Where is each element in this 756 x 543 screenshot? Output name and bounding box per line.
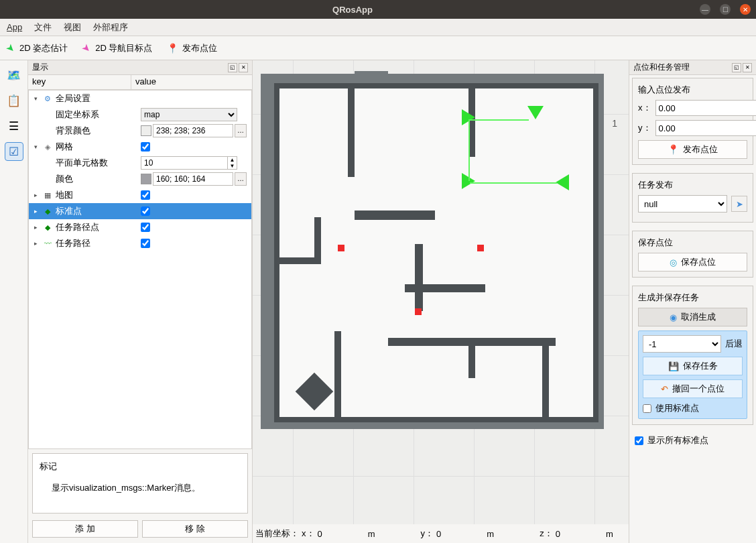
map-checkbox[interactable] xyxy=(141,190,150,200)
coord-y-value: 0 xyxy=(436,529,441,539)
save-point-button[interactable]: ◎ 保存点位 xyxy=(638,253,747,272)
publish-point-button[interactable]: 📍 发布点位 xyxy=(638,140,747,159)
expander-icon[interactable]: ▸ xyxy=(34,224,42,231)
expander-icon[interactable]: ▸ xyxy=(34,192,42,198)
panel-float-button[interactable]: ◱ xyxy=(732,63,741,72)
remove-button[interactable]: 移 除 xyxy=(142,520,248,538)
coord-x-label: x： xyxy=(302,528,315,540)
maximize-button[interactable]: ☐ xyxy=(720,4,731,15)
tree-label-task-path-points: 任务路径点 xyxy=(56,221,99,233)
tool-pose-estimate[interactable]: ➤ 2D 姿态估计 xyxy=(7,42,68,54)
bg-color-input[interactable] xyxy=(153,124,233,137)
grid-color-input[interactable] xyxy=(153,172,233,186)
window-titlebar: QRosApp — ☐ ✕ xyxy=(0,0,756,19)
cube-icon: ◆ xyxy=(42,207,53,216)
sidebar-icon-docs[interactable]: 📋 xyxy=(5,91,23,110)
y-label: y： xyxy=(638,122,651,134)
use-marker-label: 使用标准点 xyxy=(655,402,699,414)
section-title: 任务发布 xyxy=(638,179,747,191)
nav-path xyxy=(468,119,529,121)
sidebar-icon-layers[interactable]: ☰ xyxy=(5,117,23,135)
info-title: 标记 xyxy=(40,461,241,473)
minimize-button[interactable]: — xyxy=(700,4,710,15)
nav-arrow xyxy=(527,106,544,119)
marker-point xyxy=(338,245,344,251)
back-label: 后退 xyxy=(725,338,743,350)
map-viewport[interactable]: 1 xyxy=(253,60,629,524)
tree-label-map: 地图 xyxy=(56,189,73,201)
menu-app[interactable]: App xyxy=(7,22,22,32)
grid-color-swatch[interactable] xyxy=(141,174,151,184)
tree-row-task-path-points[interactable]: ▸ ◆ 任务路径点 xyxy=(29,219,251,235)
expander-icon[interactable]: ▸ xyxy=(34,208,42,215)
expander-icon[interactable]: ▾ xyxy=(34,143,42,150)
use-marker-checkbox[interactable] xyxy=(643,404,651,413)
more-button[interactable]: … xyxy=(235,172,247,186)
more-button[interactable]: … xyxy=(235,124,247,137)
tree-label-color: 颜色 xyxy=(56,173,73,185)
tree-row-plane-cells[interactable]: 平面单元格数 10 ▲▼ xyxy=(29,155,251,171)
save-task-button[interactable]: 💾 保存任务 xyxy=(643,357,743,375)
window-title: QRosApp xyxy=(5,5,700,15)
tree-row-grid[interactable]: ▾ ◈ 网格 xyxy=(29,139,251,155)
sidebar-icon-settings[interactable]: ☑ xyxy=(5,142,23,161)
task-index-select[interactable]: -1 xyxy=(643,335,721,353)
x-input[interactable] xyxy=(655,100,757,116)
menu-view[interactable]: 视图 xyxy=(64,21,81,34)
tree-label-task-path: 任务路径 xyxy=(56,237,90,249)
tree-row-fixed-frame[interactable]: 固定坐标系 map xyxy=(29,107,251,123)
right-panel-header: 点位和任务管理 ◱ ✕ xyxy=(629,60,756,75)
grid-icon: ◈ xyxy=(42,143,53,152)
main-area: 🗺️ 📋 ☰ ☑ 显示 ◱ ✕ key value ▾ ⚙ 全局设置 xyxy=(0,60,756,543)
plane-cells-spinner[interactable]: 10 ▲▼ xyxy=(141,156,237,170)
tool-publish-point[interactable]: 📍 发布点位 xyxy=(167,42,217,54)
tree-row-map[interactable]: ▸ ▦ 地图 xyxy=(29,187,251,203)
cancel-generate-button[interactable]: ◉ 取消生成 xyxy=(638,308,747,326)
path-icon: 〰 xyxy=(42,239,53,247)
tree-row-bg-color[interactable]: 背景颜色 … xyxy=(29,123,251,139)
panel-close-button[interactable]: ✕ xyxy=(239,63,248,72)
send-icon[interactable]: ➤ xyxy=(731,196,747,212)
pin-icon: 📍 xyxy=(668,144,679,155)
grid-checkbox[interactable] xyxy=(141,142,150,152)
map-icon: ▦ xyxy=(42,191,53,200)
task-path-checkbox[interactable] xyxy=(141,239,150,248)
menu-external[interactable]: 外部程序 xyxy=(93,21,128,34)
coord-z-label: z： xyxy=(540,528,553,540)
nav-path xyxy=(468,121,470,181)
undo-icon: ↶ xyxy=(661,384,668,394)
save-icon: 💾 xyxy=(668,361,679,371)
marker-checkbox[interactable] xyxy=(141,206,150,216)
fixed-frame-select[interactable]: map xyxy=(141,108,237,121)
section-task-publish: 任务发布 null ➤ xyxy=(632,173,753,223)
canvas-area: 1 当前坐标： x： 0 m y： 0 m z： 0 m xyxy=(253,60,629,543)
bg-color-swatch[interactable] xyxy=(141,125,151,136)
task-select[interactable]: null xyxy=(638,195,727,213)
panel-float-button[interactable]: ◱ xyxy=(228,63,237,72)
expander-icon[interactable]: ▸ xyxy=(34,240,42,247)
undo-point-button[interactable]: ↶ 撤回一个点位 xyxy=(643,379,743,398)
coord-y-label: y： xyxy=(421,528,434,540)
display-tree[interactable]: ▾ ⚙ 全局设置 固定坐标系 map 背景颜色 … ▾ xyxy=(28,90,252,449)
close-button[interactable]: ✕ xyxy=(740,4,751,15)
expander-icon[interactable]: ▾ xyxy=(34,95,42,102)
tool-nav-goal[interactable]: ➤ 2D 导航目标点 xyxy=(82,42,152,54)
add-button[interactable]: 添 加 xyxy=(32,520,138,538)
axis-tick: 1 xyxy=(612,118,617,129)
y-input[interactable] xyxy=(655,120,757,136)
tree-row-global[interactable]: ▾ ⚙ 全局设置 xyxy=(29,90,251,107)
show-all-markers-row: 显示所有标准点 xyxy=(629,434,756,452)
section-save-point: 保存点位 ◎ 保存点位 xyxy=(632,231,753,278)
tree-row-grid-color[interactable]: 颜色 … xyxy=(29,171,251,187)
section-generate-save-task: 生成并保存任务 ◉ 取消生成 -1 后退 💾 保存任务 ↶ 撤回一个点位 xyxy=(632,286,753,425)
sidebar-icon-map[interactable]: 🗺️ xyxy=(5,66,23,84)
tree-row-task-path[interactable]: ▸ 〰 任务路径 xyxy=(29,235,251,251)
tree-header-key: key xyxy=(28,75,131,89)
coord-unit: m xyxy=(368,529,375,539)
section-title: 输入点位发布 xyxy=(638,84,747,96)
show-all-markers-checkbox[interactable] xyxy=(635,436,643,445)
menu-file[interactable]: 文件 xyxy=(34,21,52,34)
tree-row-marker[interactable]: ▸ ◆ 标准点 xyxy=(29,203,251,219)
panel-close-button[interactable]: ✕ xyxy=(743,63,752,72)
task-points-checkbox[interactable] xyxy=(141,223,150,232)
